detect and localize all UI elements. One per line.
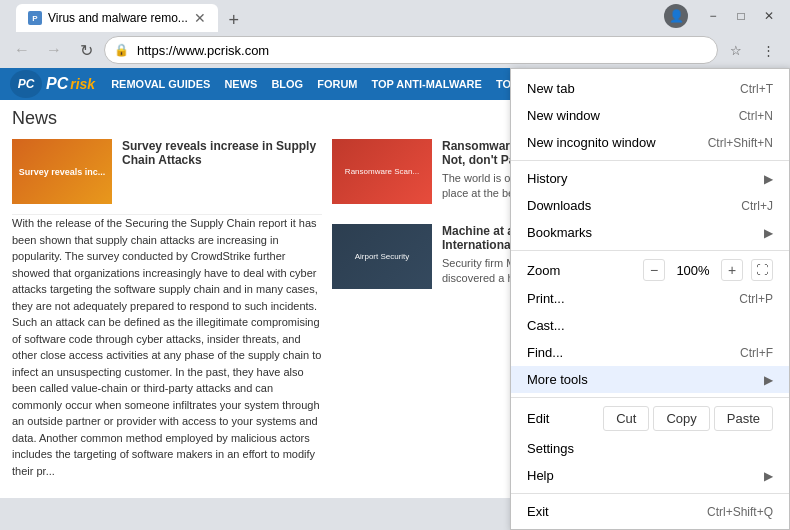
- bookmark-star-button[interactable]: ☆: [722, 36, 750, 64]
- nav-removal-guides[interactable]: REMOVAL GUIDES: [111, 78, 210, 90]
- menu-item-print[interactable]: Print... Ctrl+P: [511, 285, 789, 312]
- menu-label-more-tools: More tools: [527, 372, 756, 387]
- zoom-plus-button[interactable]: +: [721, 259, 743, 281]
- menu-item-new-tab[interactable]: New tab Ctrl+T: [511, 75, 789, 102]
- browser-content: PC PC risk REMOVAL GUIDES NEWS BLOG FORU…: [0, 68, 790, 498]
- address-input-wrap: 🔒: [104, 36, 718, 64]
- menu-shortcut-new-window: Ctrl+N: [739, 109, 773, 123]
- menu-shortcut-new-tab: Ctrl+T: [740, 82, 773, 96]
- forward-button[interactable]: →: [40, 36, 68, 64]
- news-card-supply: Survey reveals inc... Survey reveals inc…: [12, 139, 322, 204]
- menu-item-settings[interactable]: Settings: [511, 435, 789, 462]
- zoom-value: 100%: [673, 263, 713, 278]
- tab-title: Virus and malware remo...: [48, 11, 188, 25]
- news-thumb-supply: Survey reveals inc...: [12, 139, 112, 204]
- menu-item-more-tools[interactable]: More tools ▶: [511, 366, 789, 393]
- news-heading: News: [12, 108, 593, 129]
- menu-label-bookmarks: Bookmarks: [527, 225, 756, 240]
- thumb-airport-img: Airport Security: [332, 224, 432, 289]
- window-controls: 👤 − □ ✕: [664, 3, 782, 29]
- menu-label-settings: Settings: [527, 441, 773, 456]
- copy-button[interactable]: Copy: [653, 406, 709, 431]
- logo-risk-text: risk: [70, 76, 95, 92]
- menu-item-cast[interactable]: Cast...: [511, 312, 789, 339]
- chrome-dropdown-menu: New tab Ctrl+T New window Ctrl+N New inc…: [510, 68, 790, 530]
- news-grid: Survey reveals inc... Survey reveals inc…: [12, 139, 593, 485]
- menu-label-print: Print...: [527, 291, 739, 306]
- menu-arrow-bookmarks: ▶: [764, 226, 773, 240]
- menu-item-bookmarks[interactable]: Bookmarks ▶: [511, 219, 789, 246]
- menu-divider-3: [511, 397, 789, 398]
- cut-button[interactable]: Cut: [603, 406, 649, 431]
- new-tab-button[interactable]: +: [222, 8, 246, 32]
- maximize-button[interactable]: □: [728, 3, 754, 29]
- nav-news[interactable]: NEWS: [224, 78, 257, 90]
- news-thumb-airport: Airport Security: [332, 224, 432, 289]
- menu-item-history[interactable]: History ▶: [511, 165, 789, 192]
- zoom-row: Zoom − 100% + ⛶: [511, 255, 789, 285]
- menu-label-downloads: Downloads: [527, 198, 741, 213]
- menu-divider-2: [511, 250, 789, 251]
- menu-label-new-window: New window: [527, 108, 739, 123]
- menu-label-help: Help: [527, 468, 756, 483]
- close-button[interactable]: ✕: [756, 3, 782, 29]
- menu-divider-4: [511, 493, 789, 494]
- menu-label-history: History: [527, 171, 756, 186]
- menu-item-find[interactable]: Find... Ctrl+F: [511, 339, 789, 366]
- minimize-button[interactable]: −: [700, 3, 726, 29]
- back-button[interactable]: ←: [8, 36, 36, 64]
- menu-arrow-more-tools: ▶: [764, 373, 773, 387]
- zoom-label: Zoom: [527, 263, 635, 278]
- menu-label-find: Find...: [527, 345, 740, 360]
- address-bar: ← → ↻ 🔒 ☆ ⋮: [0, 32, 790, 68]
- menu-shortcut-downloads: Ctrl+J: [741, 199, 773, 213]
- thumb-supply-img: Survey reveals inc...: [12, 139, 112, 204]
- zoom-minus-button[interactable]: −: [643, 259, 665, 281]
- menu-shortcut-exit: Ctrl+Shift+Q: [707, 505, 773, 519]
- menu-shortcut-find: Ctrl+F: [740, 346, 773, 360]
- address-input[interactable]: [104, 36, 718, 64]
- tab-close-button[interactable]: ✕: [194, 10, 206, 26]
- menu-item-downloads[interactable]: Downloads Ctrl+J: [511, 192, 789, 219]
- thumb-ransomware-img: Ransomware Scan...: [332, 139, 432, 204]
- tab-favicon: P: [28, 11, 42, 25]
- site-logo: PC PC risk: [10, 70, 95, 98]
- nav-top-antimalware[interactable]: TOP ANTI-MALWARE: [371, 78, 481, 90]
- menu-item-new-window[interactable]: New window Ctrl+N: [511, 102, 789, 129]
- menu-item-help[interactable]: Help ▶: [511, 462, 789, 489]
- refresh-button[interactable]: ↻: [72, 36, 100, 64]
- menu-shortcut-print: Ctrl+P: [739, 292, 773, 306]
- menu-label-cast: Cast...: [527, 318, 773, 333]
- menu-shortcut-incognito: Ctrl+Shift+N: [708, 136, 773, 150]
- menu-arrow-history: ▶: [764, 172, 773, 186]
- nav-blog[interactable]: BLOG: [271, 78, 303, 90]
- tab-bar: P Virus and malware remo... ✕ +: [8, 0, 246, 32]
- menu-label-new-tab: New tab: [527, 81, 740, 96]
- nav-forum[interactable]: FORUM: [317, 78, 357, 90]
- news-thumb-ransomware: Ransomware Scan...: [332, 139, 432, 204]
- zoom-expand-button[interactable]: ⛶: [751, 259, 773, 281]
- paste-button[interactable]: Paste: [714, 406, 773, 431]
- news-body-supply: Survey reveals increase in Supply Chain …: [122, 139, 322, 204]
- logo-pc-text: PC: [46, 75, 68, 93]
- edit-label: Edit: [527, 411, 599, 426]
- menu-divider-1: [511, 160, 789, 161]
- menu-label-exit: Exit: [527, 504, 707, 519]
- news-col-left: Survey reveals inc... Survey reveals inc…: [12, 139, 322, 485]
- menu-arrow-help: ▶: [764, 469, 773, 483]
- profile-icon[interactable]: 👤: [664, 4, 688, 28]
- title-bar: P Virus and malware remo... ✕ + 👤 − □ ✕: [0, 0, 790, 32]
- menu-item-incognito[interactable]: New incognito window Ctrl+Shift+N: [511, 129, 789, 156]
- menu-label-incognito: New incognito window: [527, 135, 708, 150]
- menu-item-exit[interactable]: Exit Ctrl+Shift+Q: [511, 498, 789, 525]
- main-article-text: With the release of the Securing the Sup…: [12, 214, 322, 485]
- secure-icon: 🔒: [114, 43, 129, 57]
- news-title-supply[interactable]: Survey reveals increase in Supply Chain …: [122, 139, 322, 167]
- edit-row: Edit Cut Copy Paste: [511, 402, 789, 435]
- active-tab[interactable]: P Virus and malware remo... ✕: [16, 4, 218, 32]
- chrome-menu-button[interactable]: ⋮: [754, 36, 782, 64]
